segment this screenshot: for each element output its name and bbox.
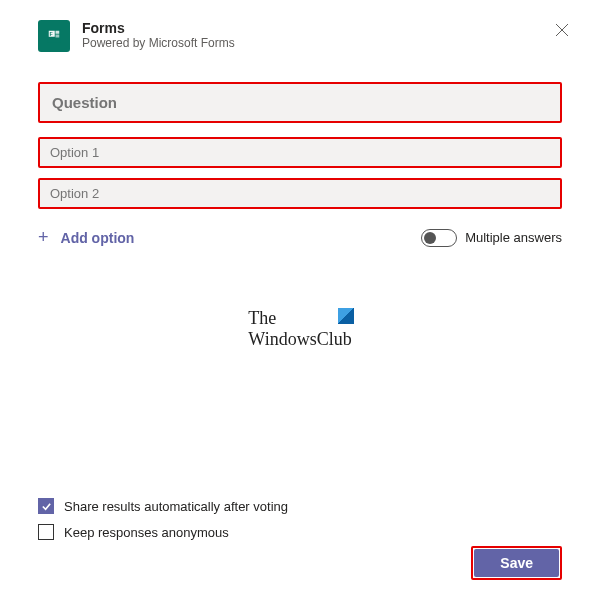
keep-anonymous-label: Keep responses anonymous xyxy=(64,525,229,540)
app-subtitle: Powered by Microsoft Forms xyxy=(82,36,235,50)
multiple-answers-label: Multiple answers xyxy=(465,230,562,245)
add-option-button[interactable]: + Add option xyxy=(38,227,134,248)
watermark-line2: WindowsClub xyxy=(248,329,351,350)
multiple-answers-toggle[interactable] xyxy=(421,229,457,247)
watermark: The WindowsClub xyxy=(38,308,562,349)
option-input-1[interactable] xyxy=(40,139,560,166)
check-icon xyxy=(41,501,52,512)
close-icon xyxy=(555,23,569,37)
share-results-checkbox[interactable] xyxy=(38,498,54,514)
option-input-2[interactable] xyxy=(40,180,560,207)
save-button[interactable]: Save xyxy=(474,549,559,577)
question-input[interactable] xyxy=(40,84,560,121)
svg-rect-3 xyxy=(56,35,60,38)
share-results-label: Share results automatically after voting xyxy=(64,499,288,514)
svg-rect-2 xyxy=(56,31,60,34)
toggle-knob xyxy=(424,232,436,244)
add-option-label: Add option xyxy=(61,230,135,246)
watermark-line1: The xyxy=(248,308,351,329)
forms-app-icon: F xyxy=(38,20,70,52)
keep-anonymous-checkbox[interactable] xyxy=(38,524,54,540)
plus-icon: + xyxy=(38,227,49,248)
watermark-square-icon xyxy=(338,308,354,324)
app-title: Forms xyxy=(82,20,235,36)
close-button[interactable] xyxy=(552,20,572,40)
